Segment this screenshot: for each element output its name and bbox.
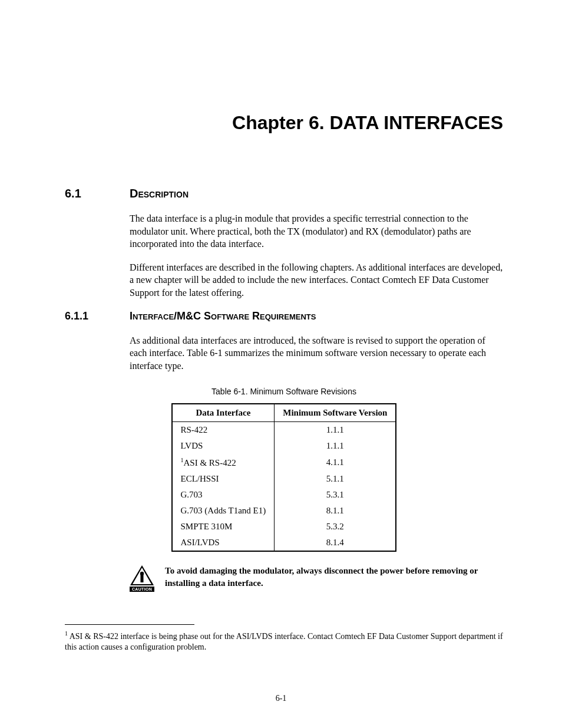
table-cell-version: 1.1.1 (275, 438, 396, 454)
caution-icon: CAUTION (130, 565, 154, 592)
table-cell-interface: G.703 (172, 487, 275, 503)
table-header-version: Minimum Software Version (275, 404, 396, 422)
section-number: 6.1 (65, 187, 130, 200)
table-cell-interface: ECL/HSSI (172, 471, 275, 487)
table-row: RS-4221.1.1 (172, 422, 396, 439)
subsection-title: Interface/M&C Software Requirements (130, 310, 316, 322)
section-6-1-para1: The data interface is a plug-in module t… (130, 212, 503, 251)
section-6-1-1-header: 6.1.1 Interface/M&C Software Requirement… (65, 310, 503, 322)
subsection-number: 6.1.1 (65, 310, 130, 322)
footnote-separator (65, 624, 194, 625)
table-row: ECL/HSSI5.1.1 (172, 471, 396, 487)
caution-block: CAUTION To avoid damaging the modulator,… (130, 565, 503, 592)
table-row: 1ASI & RS-4224.1.1 (172, 454, 396, 471)
table-cell-version: 4.1.1 (275, 454, 396, 471)
svg-rect-3 (141, 575, 144, 582)
table-cell-version: 8.1.1 (275, 503, 396, 519)
chapter-title: Chapter 6. DATA INTERFACES (65, 112, 503, 134)
table-cell-interface: LVDS (172, 438, 275, 454)
footnote-text: 1 ASI & RS-422 interface is being phase … (65, 630, 503, 653)
software-revisions-table: Data Interface Minimum Software Version … (171, 403, 397, 552)
table-row: LVDS1.1.1 (172, 438, 396, 454)
table-cell-interface: SMPTE 310M (172, 519, 275, 535)
table-cell-interface: G.703 (Adds T1and E1) (172, 503, 275, 519)
table-cell-version: 5.3.2 (275, 519, 396, 535)
table-row: G.703 (Adds T1and E1)8.1.1 (172, 503, 396, 519)
table-row: SMPTE 310M5.3.2 (172, 519, 396, 535)
table-cell-version: 8.1.4 (275, 535, 396, 551)
table-cell-interface: 1ASI & RS-422 (172, 454, 275, 471)
page-number: 6-1 (0, 694, 562, 703)
table-cell-version: 5.3.1 (275, 487, 396, 503)
section-6-1-header: 6.1 Description (65, 187, 503, 200)
table-cell-version: 5.1.1 (275, 471, 396, 487)
table-cell-version: 1.1.1 (275, 422, 396, 439)
table-header-interface: Data Interface (172, 404, 275, 422)
table-caption: Table 6-1. Minimum Software Revisions (65, 387, 503, 396)
section-6-1-1-para1: As additional data interfaces are introd… (130, 334, 503, 373)
section-title: Description (130, 187, 189, 200)
caution-label: CAUTION (130, 587, 154, 592)
table-cell-interface: ASI/LVDS (172, 535, 275, 551)
table-row: ASI/LVDS8.1.4 (172, 535, 396, 551)
table-row: G.7035.3.1 (172, 487, 396, 503)
table-cell-interface: RS-422 (172, 422, 275, 439)
caution-text: To avoid damaging the modulator, always … (165, 565, 503, 589)
section-6-1-para2: Different interfaces are described in th… (130, 261, 503, 299)
